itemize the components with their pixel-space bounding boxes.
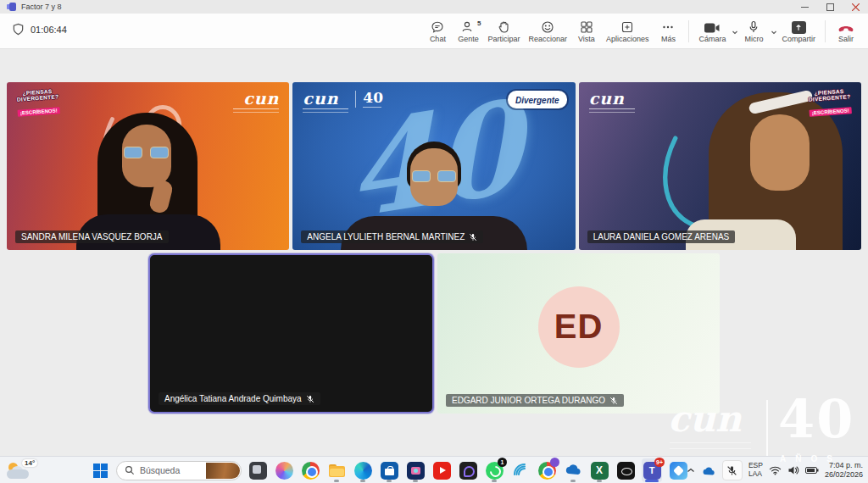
raise-hand-button[interactable]: Participar xyxy=(483,16,524,47)
start-button[interactable] xyxy=(90,460,110,480)
close-button[interactable] xyxy=(843,0,868,14)
divergente-logo: Divergente xyxy=(508,91,567,108)
participant-name-label: SANDRA MILENA VASQUEZ BORJA xyxy=(15,230,169,243)
photos-icon[interactable] xyxy=(668,458,688,482)
teams-logo-icon xyxy=(7,3,16,11)
cun-logo: cun xyxy=(589,91,635,113)
toolbar-divider xyxy=(688,20,689,42)
more-icon xyxy=(661,19,675,34)
chrome-profile-icon[interactable] xyxy=(537,458,557,482)
avatar: ED xyxy=(538,286,620,368)
titlebar: Factor 7 y 8 xyxy=(0,0,868,14)
react-button[interactable]: Reaccionar xyxy=(524,16,571,47)
video-tile-sandra[interactable]: ¿PIENSAS DIVERGENTE? ¡ESCRÍBENOS! cun SA… xyxy=(7,82,289,250)
video-tile-laura[interactable]: cun ¿PIENSAS DIVERGENTE? ¡ESCRÍBENOS! LA… xyxy=(579,82,861,250)
meeting-stage: ¿PIENSAS DIVERGENTE? ¡ESCRÍBENOS! cun SA… xyxy=(0,49,868,456)
window-title: Factor 7 y 8 xyxy=(21,3,62,11)
video-tile-angela[interactable]: 40 cun 40 Divergente ANGELA LYULIETH BER… xyxy=(292,82,575,250)
chrome-icon[interactable] xyxy=(300,458,320,482)
meeting-timer: 01:06:44 xyxy=(12,23,67,36)
volume-icon[interactable] xyxy=(787,465,799,475)
toolbar-divider xyxy=(825,20,826,42)
people-count-badge: 5 xyxy=(477,19,481,27)
participant-name-label: LAURA DANIELA GOMEZ ARENAS xyxy=(587,230,736,243)
view-button[interactable]: Vista xyxy=(571,16,602,47)
teams-badge: 9+ xyxy=(654,458,665,467)
maximize-button[interactable] xyxy=(817,0,843,14)
shield-icon xyxy=(12,23,25,36)
cast-icon[interactable] xyxy=(510,458,531,482)
chrome-profile-badge xyxy=(550,458,559,467)
apps-icon xyxy=(620,19,634,34)
file-explorer-icon[interactable] xyxy=(326,458,347,482)
camera-icon xyxy=(704,19,721,34)
reaction-icon xyxy=(541,19,554,34)
campaign-sticker: ¿PIENSAS DIVERGENTE? ¡ESCRÍBENOS! xyxy=(804,87,855,119)
video-grid-row-bottom: Angélica Tatiana Andrade Quimbaya ED EDG… xyxy=(148,253,720,414)
wifi-icon[interactable] xyxy=(769,465,782,475)
people-button[interactable]: 5 Gente xyxy=(453,16,483,47)
camera-button[interactable]: Cámara xyxy=(694,16,730,47)
cun-40-logo: cun 40 xyxy=(303,91,383,113)
weather-icon xyxy=(7,466,29,480)
whatsapp-icon[interactable]: 1 xyxy=(484,458,504,482)
edge-icon[interactable] xyxy=(353,458,373,482)
campaign-sticker: ¿PIENSAS DIVERGENTE? ¡ESCRÍBENOS! xyxy=(13,87,64,119)
cun-logo: cun xyxy=(233,91,279,113)
cun-symbol-icon xyxy=(76,86,220,230)
clipchamp-icon[interactable] xyxy=(405,458,426,482)
more-button[interactable]: Más xyxy=(653,16,683,47)
windows-logo-icon xyxy=(93,464,108,478)
tray-chevron-icon[interactable] xyxy=(687,467,695,474)
search-input[interactable]: Búsqueda xyxy=(116,461,242,480)
tray-mic-muted-icon[interactable] xyxy=(722,460,743,480)
leave-button[interactable]: Salir xyxy=(831,16,861,47)
dark-app-icon[interactable] xyxy=(615,458,636,482)
taskbar-clock[interactable]: 7:04 p. m. 26/02/2026 xyxy=(825,461,865,480)
mic-muted-icon xyxy=(609,397,618,405)
video-grid-row-top: ¿PIENSAS DIVERGENTE? ¡ESCRÍBENOS! cun SA… xyxy=(7,82,861,250)
teams-taskbar-icon[interactable]: 9+ xyxy=(642,458,662,482)
share-icon xyxy=(792,19,806,34)
microsoft-store-icon[interactable] xyxy=(379,458,399,482)
people-icon: 5 xyxy=(461,19,475,34)
share-button[interactable]: Compartir xyxy=(777,16,820,47)
youtube-icon[interactable] xyxy=(431,458,452,482)
loop-icon[interactable] xyxy=(458,458,478,482)
mic-muted-icon xyxy=(469,233,477,242)
meeting-toolbar: 01:06:44 Chat 5 Gente Participar xyxy=(0,14,868,49)
participant-name-label: EDGARD JUNIOR ORTEGA DURANGO xyxy=(446,394,624,407)
mic-options-chevron-icon[interactable] xyxy=(771,24,777,39)
search-placeholder: Búsqueda xyxy=(140,465,180,475)
participant-video xyxy=(64,113,233,250)
mic-muted-icon xyxy=(306,395,314,403)
tray-date: 26/02/2026 xyxy=(825,470,863,480)
mic-icon xyxy=(747,19,760,34)
search-highlight-image xyxy=(206,463,240,479)
onedrive-icon[interactable] xyxy=(563,458,583,482)
hangup-icon xyxy=(837,19,854,34)
battery-icon[interactable] xyxy=(805,466,819,475)
language-indicator[interactable]: ESP LAA xyxy=(748,462,763,479)
video-tile-edgard[interactable]: ED EDGARD JUNIOR ORTEGA DURANGO xyxy=(437,253,720,414)
minimize-button[interactable] xyxy=(792,0,817,14)
chat-icon xyxy=(431,19,444,34)
windows-taskbar: 14° Búsqueda 1 xyxy=(0,456,868,483)
copilot-icon[interactable] xyxy=(274,458,294,482)
teams-meeting-window: Factor 7 y 8 01:06:44 Chat xyxy=(0,0,868,483)
participant-name-label: Angélica Tatiana Andrade Quimbaya xyxy=(159,392,320,405)
weather-widget[interactable]: 14° xyxy=(7,459,37,480)
tray-time: 7:04 p. m. xyxy=(829,461,863,470)
chat-button[interactable]: Chat xyxy=(422,16,453,47)
apps-button[interactable]: Aplicaciones xyxy=(602,16,654,47)
cun-symbol-icon xyxy=(630,96,812,250)
raise-hand-icon xyxy=(497,19,510,34)
task-view-icon[interactable] xyxy=(248,458,268,482)
onedrive-cloud-icon[interactable] xyxy=(701,464,716,476)
video-tile-angelica[interactable]: Angélica Tatiana Andrade Quimbaya xyxy=(148,253,434,414)
mic-button[interactable]: Micro xyxy=(738,16,769,47)
view-icon xyxy=(580,19,593,34)
camera-options-chevron-icon[interactable] xyxy=(732,24,738,39)
excel-icon[interactable] xyxy=(589,458,609,482)
participant-name-label: ANGELA LYULIETH BERNAL MARTINEZ xyxy=(301,230,483,243)
